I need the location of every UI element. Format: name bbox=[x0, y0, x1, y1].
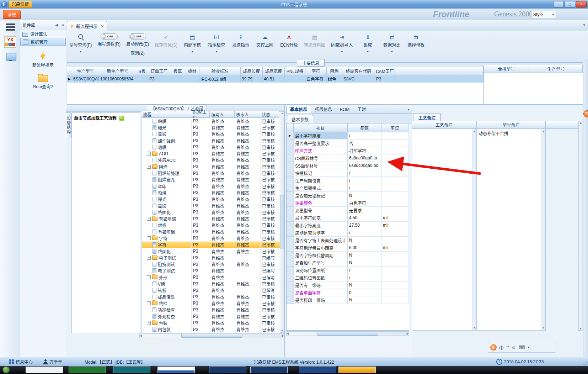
params-row[interactable]: 最小字符线宽4.50mil bbox=[287, 214, 409, 222]
params-tab-1[interactable]: 拓展信息 bbox=[311, 106, 336, 114]
params-row[interactable]: 字符到焊盘最小距离6.00mil bbox=[287, 244, 409, 252]
workflow-row[interactable]: 阻焊前处理P3肖维杰肖维杰已审核 bbox=[142, 170, 280, 176]
param-value-cell[interactable]: / bbox=[348, 267, 381, 274]
main-info-selected-row[interactable]: ▶6S8VC00QA010010600058594P3IPC-6012 II级9… bbox=[67, 75, 483, 83]
computer-icon[interactable] bbox=[6, 53, 16, 60]
workflow-row[interactable]: 终固化P3肖维杰肖维杰已审核 bbox=[142, 248, 280, 254]
toggle-off-switch[interactable]: OFF bbox=[101, 33, 118, 39]
emoji-icon[interactable]: ☺ bbox=[511, 345, 516, 350]
maximize-button[interactable]: □ bbox=[565, 1, 575, 7]
params-tab-2[interactable]: BOM bbox=[336, 106, 353, 114]
tree-expander-icon[interactable]: − bbox=[147, 275, 151, 279]
tabbar-overflow-caret[interactable]: ▾ bbox=[583, 23, 585, 27]
workflow-row[interactable]: −阻焊P3肖维杰肖维杰已审核 bbox=[142, 163, 280, 170]
scrollbar-thumb[interactable] bbox=[317, 332, 378, 336]
system-menu-button[interactable]: 系统 bbox=[3, 10, 21, 19]
taskbar-window-thumb[interactable] bbox=[209, 367, 246, 373]
param-value-cell[interactable]: 6.00 bbox=[348, 244, 381, 252]
params-row[interactable]: 二维码位置图纸/ bbox=[287, 274, 409, 281]
start-button[interactable] bbox=[3, 367, 10, 373]
notes-vertical-scrollbar[interactable]: ▲ ▼ bbox=[578, 121, 583, 331]
scroll-down-icon[interactable]: ▼ bbox=[579, 327, 582, 330]
dropdown-caret-icon[interactable]: ▼ bbox=[191, 50, 194, 53]
model-notes-column[interactable]: 动态补偿不合拼 ▲▼ bbox=[477, 129, 546, 331]
minimize-button[interactable]: – bbox=[553, 1, 564, 7]
scroll-right-icon[interactable]: ▶ bbox=[282, 334, 284, 337]
workflow-row[interactable]: 烘板P3肖维杰肖维杰已审核 bbox=[142, 222, 280, 228]
workflow-row[interactable]: 铣板P3肖维杰已编写 bbox=[142, 287, 280, 294]
params-tabs-caret[interactable]: ▾ bbox=[408, 107, 410, 111]
param-value-cell[interactable]: N bbox=[348, 237, 381, 244]
workflow-row[interactable]: 退膜P3肖维杰肖维杰已审核 bbox=[142, 144, 280, 150]
workflow-row[interactable]: 阻抗测试P3肖维杰肖维杰已审核 bbox=[142, 261, 280, 268]
scroll-up-icon[interactable]: ▲ bbox=[579, 121, 582, 125]
notes-column-scrollbar[interactable]: ▲▼ bbox=[472, 129, 476, 330]
params-row[interactable]: 印刷方式打印字符 bbox=[287, 147, 409, 154]
toolbar-button-6[interactable]: 发送指示 bbox=[231, 33, 250, 48]
params-row[interactable]: 最小字符高度27.50mil bbox=[287, 222, 409, 229]
dropdown-caret-icon[interactable]: ▼ bbox=[366, 50, 369, 53]
toolbar-button-8[interactable]: ECN升级 bbox=[280, 33, 298, 48]
workflow-row[interactable]: 功能检查P3肖维杰肖维杰已审核 bbox=[142, 307, 280, 313]
workflow-row[interactable]: −有铅喷锡P3肖维杰肖维杰已审核 bbox=[142, 215, 280, 222]
workflow-row[interactable]: 终固化P3肖维杰肖维杰已审核 bbox=[142, 209, 280, 215]
tab-basic-params[interactable]: 基本参数 bbox=[287, 115, 313, 123]
params-row[interactable]: 是否高平整度要求否 bbox=[287, 139, 409, 147]
param-value-cell[interactable]: N bbox=[348, 192, 381, 199]
pin-arrow-icon[interactable]: ⇥ bbox=[60, 23, 64, 27]
workflow-row[interactable]: 曝光P3肖维杰肖维杰已审核 bbox=[142, 196, 280, 202]
toolbar-button-sublabel[interactable]: 取消(Z) bbox=[130, 50, 144, 56]
params-row[interactable]: 是否有字符上表面处理设计N bbox=[287, 237, 409, 244]
params-row[interactable]: 周期是否为阴字/ bbox=[287, 229, 409, 237]
params-row[interactable]: 是否字符框代替周期N bbox=[287, 252, 409, 259]
toolbar-button-4[interactable]: 内部审核▼ bbox=[183, 33, 202, 53]
scroll-up-icon[interactable]: ▲ bbox=[281, 112, 284, 115]
workflow-row[interactable]: 外观检查P3肖维杰肖维杰已审核 bbox=[142, 313, 280, 320]
param-value-cell[interactable]: / bbox=[348, 132, 381, 139]
param-value-cell[interactable]: n bbox=[348, 289, 381, 296]
toolbar-button-0[interactable]: 型号查询(F)▼ bbox=[69, 33, 92, 53]
workflow-row[interactable]: 阻焊塞孔P3肖维杰肖维杰已审核 bbox=[142, 177, 280, 183]
workflow-row[interactable]: −包装P3肖维杰肖维杰已审核 bbox=[142, 320, 280, 326]
tree-expander-icon[interactable]: − bbox=[147, 321, 151, 325]
param-value-cell[interactable]: 打印字符 bbox=[348, 147, 381, 154]
taskbar-window-thumb[interactable] bbox=[299, 367, 336, 373]
user-item[interactable]: 方幸幸 bbox=[43, 357, 62, 366]
workflow-row[interactable]: 成品清洗P3肖维杰肖维杰已审核 bbox=[142, 294, 280, 300]
params-tab-0[interactable]: 基本信息 bbox=[286, 106, 311, 114]
params-row[interactable]: 油墨颜色白色字符 bbox=[287, 199, 409, 207]
param-value-cell[interactable]: N bbox=[348, 252, 381, 259]
workflow-row[interactable]: 贴膜P3肖维杰肖维杰已审核 bbox=[142, 118, 280, 124]
workflow-row[interactable]: −字符P3肖维杰肖维杰已审核 bbox=[142, 235, 280, 241]
hamburger-menu-icon[interactable] bbox=[6, 23, 15, 31]
taskbar-window-thumb[interactable] bbox=[26, 367, 63, 373]
toolbar-button-3[interactable]: 保存信息(S) bbox=[155, 33, 177, 48]
toolbar-button-2[interactable]: OFF启动修改(E)取消(Z) bbox=[126, 33, 149, 56]
params-row[interactable]: 是否单面字符n bbox=[287, 289, 409, 296]
collapsed-side-strip[interactable] bbox=[583, 59, 588, 357]
toolbar-button-10[interactable]: MI数据导入▼ bbox=[331, 33, 353, 53]
param-value-cell[interactable]: N bbox=[348, 296, 381, 304]
tree-expander-icon[interactable]: − bbox=[147, 236, 151, 240]
dropdown-caret-icon[interactable]: ▼ bbox=[341, 50, 343, 53]
workflow-row[interactable]: 曝光P3肖维杰肖维杰已审核 bbox=[142, 124, 280, 131]
param-value-cell[interactable]: 6s8uc00qa0.to bbox=[348, 154, 381, 162]
taskbar-window-thumb[interactable] bbox=[250, 367, 288, 373]
toolbar-button-13[interactable]: 选择母板 bbox=[407, 33, 425, 48]
params-row[interactable]: 生产周期格式/ bbox=[287, 184, 409, 192]
scrollbar-thumb[interactable] bbox=[181, 334, 242, 338]
toolbar-button-5[interactable]: 指示检查▼ bbox=[207, 33, 226, 53]
taskbar-window-thumb[interactable] bbox=[113, 367, 150, 373]
explorer-item-0[interactable]: 设计算法 bbox=[20, 30, 66, 38]
toolbar-button-7[interactable]: 文控上网 bbox=[256, 33, 274, 48]
toolbar-button-9[interactable]: 重选开料图 bbox=[304, 33, 325, 48]
params-row[interactable]: 生产周期位置/ bbox=[287, 177, 409, 184]
workflow-row[interactable]: 丝印P3肖维杰肖维杰已审核 bbox=[142, 183, 280, 189]
workflow-row[interactable]: 字符P3肖维杰肖维杰已审核 bbox=[142, 242, 280, 248]
ime-language-indicator[interactable]: 中 bbox=[499, 344, 504, 351]
taskbar-window-thumb[interactable] bbox=[338, 367, 376, 373]
workflow-row[interactable]: 显影P3肖维杰肖维杰已审核 bbox=[142, 131, 280, 137]
param-value-cell[interactable]: / bbox=[348, 177, 381, 184]
params-tab-3[interactable]: 工时 bbox=[353, 106, 370, 114]
tab-device-structure[interactable]: 设备结构 bbox=[66, 112, 71, 138]
